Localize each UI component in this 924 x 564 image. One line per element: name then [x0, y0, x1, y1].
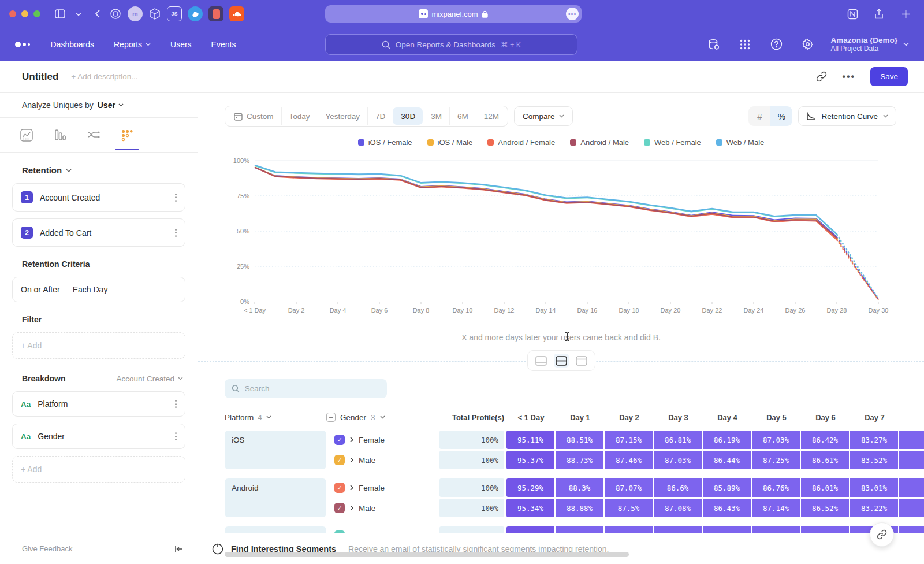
retention-criteria-card[interactable]: On or After Each Day — [12, 277, 185, 302]
add-filter-button[interactable]: + Add — [12, 332, 185, 359]
retention-value-cell[interactable]: 95.11% — [506, 431, 554, 449]
retention-value-cell[interactable]: 87.08% — [654, 499, 702, 517]
chevron-down-icon[interactable] — [71, 6, 86, 21]
range-30d[interactable]: 30D — [393, 107, 423, 125]
pinned-app-js-icon[interactable]: JS — [167, 6, 182, 21]
help-icon[interactable] — [769, 37, 784, 52]
range-custom[interactable]: Custom — [226, 107, 281, 125]
window-minimize-button[interactable] — [21, 10, 28, 17]
apps-grid-icon[interactable] — [737, 37, 752, 52]
retention-value-cell[interactable]: 87.25% — [752, 451, 800, 469]
retention-value-cell[interactable]: 95.29% — [506, 478, 554, 497]
unit-percent-button[interactable]: % — [770, 106, 792, 126]
save-button[interactable]: Save — [870, 67, 908, 86]
column-day-5[interactable]: Day 5 — [752, 413, 801, 422]
retention-value-cell[interactable]: 86.19% — [703, 431, 751, 449]
analyze-entity-selector[interactable]: User — [98, 101, 124, 110]
gender-cell[interactable]: ✓Female — [326, 435, 439, 445]
select-all-checkbox[interactable]: – — [326, 413, 336, 422]
breakdown-options-icon[interactable] — [175, 432, 177, 440]
column-1-day[interactable]: < 1 Day — [506, 413, 556, 422]
series-checkbox[interactable]: ✓ — [334, 503, 345, 513]
retention-value-cell[interactable]: 87.14% — [752, 499, 800, 517]
column-platform[interactable]: Platform 4 — [225, 413, 326, 422]
back-icon[interactable] — [90, 6, 105, 21]
platform-cell[interactable]: iOS — [225, 431, 326, 469]
retention-value-cell[interactable]: 86.6% — [654, 478, 702, 497]
nav-events[interactable]: Events — [211, 40, 236, 49]
retention-value-cell[interactable]: 86.81% — [654, 431, 702, 449]
retention-value-cell[interactable]: 86.52% — [801, 499, 849, 517]
pinned-app-target-icon[interactable] — [108, 6, 123, 21]
pinned-app-soundcloud-icon[interactable] — [229, 6, 244, 21]
retention-step-b[interactable]: 2 Added To Cart — [12, 218, 185, 247]
tab-insights[interactable] — [14, 120, 39, 150]
data-management-icon[interactable] — [706, 37, 721, 52]
range-6m[interactable]: 6M — [449, 107, 476, 125]
step-options-icon[interactable] — [175, 229, 177, 237]
legend-android-female[interactable]: Android / Female — [487, 138, 555, 147]
retention-section-header[interactable]: Retention — [22, 165, 185, 175]
notion-extension-icon[interactable] — [845, 6, 860, 21]
retention-value-cell[interactable]: 88.73% — [556, 451, 603, 469]
column-gender[interactable]: – Gender 3 — [326, 413, 439, 422]
retention-value-cell[interactable]: 86.76% — [752, 478, 800, 497]
series-checkbox[interactable]: ✓ — [334, 455, 345, 465]
criteria-interval[interactable]: Each Day — [73, 285, 108, 294]
retention-value-cell[interactable]: 83.27% — [850, 431, 898, 449]
unit-number-button[interactable]: # — [748, 106, 770, 126]
series-checkbox[interactable]: ✓ — [334, 483, 345, 493]
tab-flows[interactable] — [81, 120, 106, 150]
column-day-3[interactable]: Day 3 — [654, 413, 703, 422]
platform-cell[interactable]: Android — [225, 478, 326, 517]
range-today[interactable]: Today — [281, 107, 318, 125]
range-3m[interactable]: 3M — [423, 107, 449, 125]
window-zoom-button[interactable] — [33, 10, 40, 17]
retention-value-cell[interactable]: 86.44% — [703, 451, 751, 469]
retention-value-cell[interactable]: 88.51% — [556, 431, 603, 449]
column-day-1[interactable]: Day 1 — [556, 413, 605, 422]
pinned-app-photos-icon[interactable] — [208, 6, 223, 21]
gender-cell[interactable]: ✓Female — [326, 483, 439, 493]
global-search[interactable]: Open Reports & Dashboards ⌘ + K — [325, 34, 578, 55]
share-icon[interactable] — [871, 6, 886, 21]
retention-value-cell[interactable]: 85.89% — [703, 478, 751, 497]
retention-value-cell[interactable]: 87.03% — [654, 451, 702, 469]
retention-value-cell[interactable]: 86.61% — [801, 451, 849, 469]
retention-value-cell[interactable]: 86.43% — [703, 499, 751, 517]
chart-type-selector[interactable]: Retention Curve — [798, 106, 896, 126]
retention-step-a[interactable]: 1 Account Created — [12, 183, 185, 212]
browser-sidebar-toggle-icon[interactable] — [53, 6, 68, 21]
legend-android-male[interactable]: Android / Male — [570, 138, 629, 147]
legend-web-female[interactable]: Web / Female — [644, 138, 701, 147]
report-title[interactable]: Untitled — [22, 71, 58, 83]
legend-web-male[interactable]: Web / Male — [716, 138, 765, 147]
retention-value-cell[interactable]: 87.46% — [605, 451, 653, 469]
table-search[interactable] — [225, 379, 387, 398]
more-options-icon[interactable]: ••• — [842, 72, 855, 82]
gender-cell[interactable]: ✓Male — [326, 503, 439, 513]
legend-ios-male[interactable]: iOS / Male — [427, 138, 473, 147]
nav-users[interactable]: Users — [170, 40, 192, 49]
expand-chevron-icon[interactable] — [350, 485, 353, 491]
column-day-6[interactable]: Day 6 — [801, 413, 850, 422]
share-link-floating-button[interactable] — [870, 522, 894, 547]
add-breakdown-button[interactable]: + Add — [12, 456, 185, 483]
gender-cell[interactable]: ✓Male — [326, 455, 439, 465]
retention-value-cell[interactable]: 95.37% — [506, 451, 554, 469]
pinned-app-bird-icon[interactable] — [188, 6, 203, 21]
window-close-button[interactable] — [9, 10, 16, 17]
column-day-7[interactable]: Day 7 — [850, 413, 899, 422]
criteria-mode[interactable]: On or After — [21, 285, 60, 294]
series-checkbox[interactable]: ✓ — [334, 435, 345, 445]
breakdown-options-icon[interactable] — [175, 400, 177, 408]
compare-button[interactable]: Compare — [514, 106, 573, 126]
tab-retention[interactable] — [114, 120, 140, 150]
settings-gear-icon[interactable] — [800, 37, 815, 52]
project-selector[interactable]: Amazonia {Demo} All Project Data — [830, 36, 909, 53]
new-tab-icon[interactable] — [898, 6, 913, 21]
breakdown-gender[interactable]: Aa Gender — [12, 424, 185, 449]
tab-funnels[interactable] — [47, 120, 73, 150]
retention-value-cell[interactable]: 86.42% — [801, 431, 849, 449]
pinned-app-m-icon[interactable]: m — [128, 6, 143, 21]
